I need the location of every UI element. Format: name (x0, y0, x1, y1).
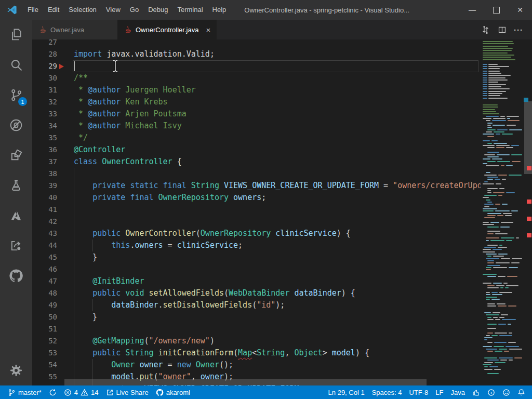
code-line[interactable]: 54 Owner owner = new Owner(); (32, 359, 481, 371)
line-number[interactable]: 41 (32, 204, 57, 216)
menu-view[interactable]: View (101, 0, 125, 20)
line-number[interactable]: 49 (32, 299, 57, 311)
encoding[interactable]: UTF-8 (406, 385, 432, 399)
sidebar-item-azure[interactable] (0, 201, 32, 231)
line-number[interactable]: 46 (32, 263, 57, 275)
line-number[interactable]: 28 (32, 48, 57, 60)
code-line[interactable]: 35 */ (32, 132, 481, 144)
tab-owner-java[interactable]: Owner.java (32, 20, 117, 39)
line-number[interactable]: 30 (32, 72, 57, 84)
language-mode[interactable]: Java (447, 385, 469, 399)
line-number[interactable]: 37 (32, 156, 57, 168)
indentation[interactable]: Spaces: 4 (368, 385, 406, 399)
line-number[interactable]: 39 (32, 180, 57, 192)
line-number[interactable]: 31 (32, 84, 57, 96)
sidebar-item-source-control[interactable]: 1 (0, 80, 32, 110)
code-line[interactable]: 36@Controller (32, 144, 481, 156)
line-number[interactable]: 44 (32, 240, 57, 251)
line-number[interactable]: 48 (32, 287, 57, 299)
minimap[interactable] (481, 39, 524, 385)
code-line[interactable]: 43 public OwnerController(OwnerRepositor… (32, 228, 481, 240)
github-account[interactable]: akaroml (152, 385, 194, 399)
code-line[interactable]: 28import javax.validation.Valid; (32, 48, 481, 60)
vertical-scrollbar-thumb[interactable] (524, 101, 532, 174)
sync-button[interactable] (45, 385, 60, 399)
code-line[interactable]: 53 public String initCreationForm(Map<St… (32, 347, 481, 359)
menu-help[interactable]: Help (208, 0, 231, 20)
code-line[interactable]: 42 (32, 216, 481, 228)
code-line[interactable]: 45 } (32, 251, 481, 263)
menu-go[interactable]: Go (125, 0, 143, 20)
sidebar-item-search[interactable] (0, 50, 32, 80)
line-number[interactable]: 51 (32, 323, 57, 335)
code-line[interactable]: 47 @InitBinder (32, 275, 481, 287)
code-line[interactable]: 29 (32, 60, 481, 72)
maximize-button[interactable] (484, 0, 508, 20)
code-editor[interactable]: 2728import javax.validation.Valid;2930/*… (32, 39, 532, 385)
close-button[interactable]: ✕ (508, 0, 532, 20)
sidebar-item-debug[interactable] (0, 110, 32, 140)
line-number[interactable]: 34 (32, 120, 57, 132)
code-line[interactable]: 48 public void setAllowedFields(WebDataB… (32, 287, 481, 299)
line-number[interactable]: 32 (32, 96, 57, 108)
notifications-button[interactable] (514, 385, 529, 399)
code-line[interactable]: 38 (32, 168, 481, 180)
cursor-position[interactable]: Ln 29, Col 1 (325, 385, 368, 399)
code-line[interactable]: 51 (32, 323, 481, 335)
line-number[interactable]: 52 (32, 335, 57, 347)
smiley-button[interactable] (499, 385, 514, 399)
line-number[interactable]: 33 (32, 108, 57, 120)
line-number[interactable]: 35 (32, 132, 57, 144)
code-line[interactable]: 27 (32, 39, 481, 48)
code-line[interactable]: 52 @GetMapping("/owners/new") (32, 335, 481, 347)
tab-close-icon[interactable]: × (206, 26, 210, 34)
line-number[interactable]: 54 (32, 359, 57, 371)
code-line[interactable]: 33 * @author Arjen Poutsma (32, 108, 481, 120)
eol-sequence[interactable]: LF (432, 385, 447, 399)
line-number[interactable]: 36 (32, 144, 57, 156)
line-number[interactable]: 42 (32, 216, 57, 228)
sidebar-item-github[interactable] (0, 261, 32, 291)
settings-button[interactable] (0, 355, 32, 385)
code-line[interactable]: 37class OwnerController { (32, 156, 481, 168)
sidebar-item-explorer[interactable] (0, 20, 32, 50)
code-line[interactable]: 30/** (32, 72, 481, 84)
menu-terminal[interactable]: Terminal (172, 0, 207, 20)
sidebar-item-live-share[interactable] (0, 231, 32, 261)
menu-debug[interactable]: Debug (143, 0, 172, 20)
info-button[interactable] (484, 385, 499, 399)
line-number[interactable]: 38 (32, 168, 57, 180)
line-number[interactable]: 47 (32, 275, 57, 287)
vertical-scrollbar[interactable] (524, 39, 532, 385)
problems-indicator[interactable]: 4 14 (60, 385, 102, 399)
sidebar-item-extensions[interactable] (0, 140, 32, 170)
line-number[interactable]: 43 (32, 228, 57, 240)
code-line[interactable]: 49 dataBinder.setDisallowedFields("id"); (32, 299, 481, 311)
more-actions-button[interactable]: ··· (510, 20, 527, 39)
tab-ownercontroller-java[interactable]: OwnerController.java × (117, 20, 217, 39)
minimize-button[interactable]: — (460, 0, 484, 20)
line-number[interactable]: 27 (32, 39, 57, 48)
split-editor-button[interactable] (494, 20, 510, 39)
line-number[interactable]: 45 (32, 251, 57, 263)
menu-selection[interactable]: Selection (64, 0, 101, 20)
feedback-button[interactable] (469, 385, 484, 399)
code-line[interactable]: 39 private static final String VIEWS_OWN… (32, 180, 481, 192)
sidebar-item-test[interactable] (0, 170, 32, 201)
code-line[interactable]: 41 (32, 204, 481, 216)
code-line[interactable]: 50 } (32, 311, 481, 323)
line-number[interactable]: 29 (32, 60, 57, 72)
line-number[interactable]: 50 (32, 311, 57, 323)
code-line[interactable]: 31 * @author Juergen Hoeller (32, 84, 481, 96)
code-line[interactable]: 32 * @author Ken Krebs (32, 96, 481, 108)
line-number[interactable]: 55 (32, 371, 57, 383)
menu-file[interactable]: File (23, 0, 43, 20)
horizontal-scrollbar-thumb[interactable] (64, 379, 427, 385)
line-number[interactable]: 53 (32, 347, 57, 359)
code-line[interactable]: 40 private final OwnerRepository owners; (32, 192, 481, 204)
live-share-button[interactable]: Live Share (102, 385, 152, 399)
line-number[interactable]: 40 (32, 192, 57, 204)
git-branch-indicator[interactable]: master* (4, 385, 45, 399)
code-line[interactable]: 46 (32, 263, 481, 275)
code-line[interactable]: 44 this.owners = clinicService; (32, 240, 481, 251)
